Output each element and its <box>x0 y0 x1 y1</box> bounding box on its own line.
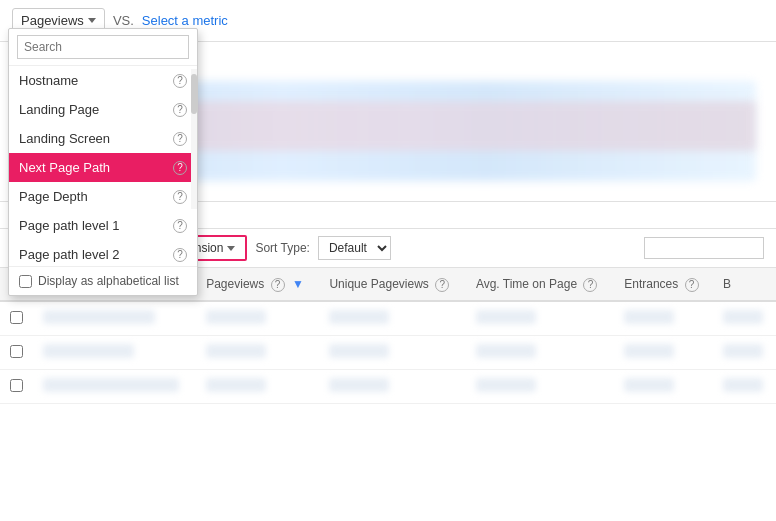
row-avg-time-value <box>476 310 536 324</box>
table-row <box>0 301 776 336</box>
table-body <box>0 301 776 404</box>
dropdown-list: Hostname?Landing Page?Landing Screen?Nex… <box>9 66 197 266</box>
dropdown-scrollbar[interactable] <box>191 69 197 209</box>
dropdown-search-input[interactable] <box>17 35 189 59</box>
row-pageviews-value <box>206 344 266 358</box>
dropdown-item-label: Landing Page <box>19 102 99 117</box>
dropdown-footer: Display as alphabetical list <box>9 266 197 295</box>
table-row <box>0 336 776 370</box>
row-entrances-value <box>624 310 674 324</box>
col-unique-pageviews: Unique Pageviews ? <box>319 268 465 301</box>
row-avg-time-value <box>476 344 536 358</box>
table-search-input[interactable] <box>644 237 764 259</box>
row-avg-time-value <box>476 378 536 392</box>
row-unique-value <box>329 310 389 324</box>
select-metric-link[interactable]: Select a metric <box>142 13 228 28</box>
dropdown-item-help-5[interactable]: ? <box>173 219 187 233</box>
dropdown-item-label: Hostname <box>19 73 78 88</box>
avg-time-help-icon[interactable]: ? <box>583 278 597 292</box>
row-page-value <box>43 344 134 358</box>
dropdown-search-container <box>9 29 197 66</box>
row-pageviews-cell <box>196 301 319 336</box>
row-page-cell <box>33 336 196 370</box>
dropdown-item-help-4[interactable]: ? <box>173 190 187 204</box>
pageviews-help-icon[interactable]: ? <box>271 278 285 292</box>
dropdown-item-landing-screen[interactable]: Landing Screen? <box>9 124 197 153</box>
col-b-label: B <box>723 277 731 291</box>
row-entrances-cell <box>614 370 713 404</box>
alphabetical-checkbox[interactable] <box>19 275 32 288</box>
sort-type-label: Sort Type: <box>255 241 309 255</box>
dropdown-item-landing-page[interactable]: Landing Page? <box>9 95 197 124</box>
dropdown-item-label: Page Depth <box>19 189 88 204</box>
dropdown-item-hostname[interactable]: Hostname? <box>9 66 197 95</box>
dropdown-item-help-0[interactable]: ? <box>173 74 187 88</box>
row-checkbox[interactable] <box>10 379 23 392</box>
sort-arrow-icon: ▼ <box>292 277 304 291</box>
dropdown-item-label: Page path level 2 <box>19 247 119 262</box>
row-page-value <box>43 378 179 392</box>
row-unique-value <box>329 378 389 392</box>
col-entrances: Entrances ? <box>614 268 713 301</box>
dropdown-item-label: Page path level 1 <box>19 218 119 233</box>
metric-dropdown-arrow <box>88 18 96 23</box>
row-checkbox-cell <box>0 336 33 370</box>
row-unique-pageviews-cell <box>319 370 465 404</box>
row-page-cell <box>33 370 196 404</box>
row-b-value <box>723 378 763 392</box>
dropdown-item-help-2[interactable]: ? <box>173 132 187 146</box>
row-avg-time-cell <box>466 370 614 404</box>
row-b-cell <box>713 336 776 370</box>
table-row <box>0 370 776 404</box>
row-checkbox-cell <box>0 370 33 404</box>
dropdown-item-next-page-path[interactable]: Next Page Path? <box>9 153 197 182</box>
entrances-help-icon[interactable]: ? <box>685 278 699 292</box>
row-pageviews-cell <box>196 370 319 404</box>
row-b-value <box>723 344 763 358</box>
row-entrances-cell <box>614 301 713 336</box>
col-avg-time-label: Avg. Time on Page <box>476 277 577 291</box>
row-b-value <box>723 310 763 324</box>
col-entrances-label: Entrances <box>624 277 678 291</box>
row-avg-time-cell <box>466 301 614 336</box>
vs-label: VS. <box>113 13 134 28</box>
row-unique-pageviews-cell <box>319 301 465 336</box>
dropdown-item-page-depth[interactable]: Page Depth? <box>9 182 197 211</box>
sort-type-select[interactable]: Default <box>318 236 391 260</box>
row-entrances-value <box>624 378 674 392</box>
row-unique-value <box>329 344 389 358</box>
dropdown-item-label: Next Page Path <box>19 160 110 175</box>
secondary-dim-arrow <box>227 246 235 251</box>
pageviews-label: Pageviews <box>21 13 84 28</box>
col-pageviews: Pageviews ? ▼ <box>196 268 319 301</box>
row-checkbox-cell <box>0 301 33 336</box>
alphabetical-label: Display as alphabetical list <box>38 274 179 288</box>
row-avg-time-cell <box>466 336 614 370</box>
row-checkbox[interactable] <box>10 311 23 324</box>
dropdown-item-page-path-level-1[interactable]: Page path level 1? <box>9 211 197 240</box>
dropdown-item-help-6[interactable]: ? <box>173 248 187 262</box>
dropdown-item-page-path-level-2[interactable]: Page path level 2? <box>9 240 197 266</box>
row-pageviews-value <box>206 378 266 392</box>
row-unique-pageviews-cell <box>319 336 465 370</box>
dropdown-item-help-1[interactable]: ? <box>173 103 187 117</box>
row-entrances-value <box>624 344 674 358</box>
dimension-dropdown: Hostname?Landing Page?Landing Screen?Nex… <box>8 28 198 296</box>
row-pageviews-value <box>206 310 266 324</box>
unique-pageviews-help-icon[interactable]: ? <box>435 278 449 292</box>
col-unique-pageviews-label: Unique Pageviews <box>329 277 428 291</box>
row-page-value <box>43 310 155 324</box>
row-checkbox[interactable] <box>10 345 23 358</box>
row-entrances-cell <box>614 336 713 370</box>
col-pageviews-label: Pageviews <box>206 277 264 291</box>
row-pageviews-cell <box>196 336 319 370</box>
col-b: B <box>713 268 776 301</box>
dropdown-item-help-3[interactable]: ? <box>173 161 187 175</box>
col-avg-time: Avg. Time on Page ? <box>466 268 614 301</box>
dropdown-item-label: Landing Screen <box>19 131 110 146</box>
row-b-cell <box>713 370 776 404</box>
row-page-cell <box>33 301 196 336</box>
scrollbar-thumb <box>191 74 197 114</box>
top-bar: Pageviews VS. Select a metric Hostname?L… <box>0 0 776 42</box>
row-b-cell <box>713 301 776 336</box>
